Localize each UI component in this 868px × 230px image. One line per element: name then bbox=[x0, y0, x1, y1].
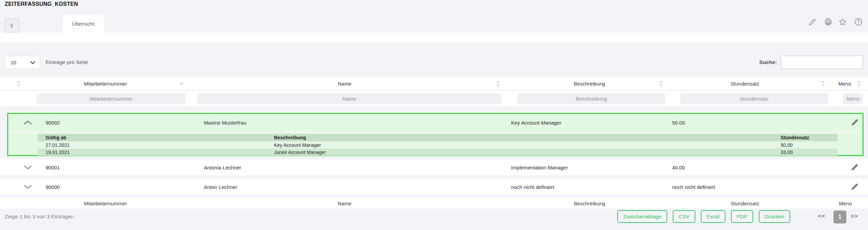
edit-row-icon[interactable] bbox=[850, 163, 859, 172]
cell-beschreibung: Key Account Manager bbox=[511, 120, 561, 126]
excel-export-button[interactable]: Excel bbox=[701, 210, 726, 223]
cell-mitarbeiternummer: 90000 bbox=[46, 184, 60, 190]
filter-input-beschreibung[interactable] bbox=[517, 93, 665, 104]
page-title: ZEITERFASSUNG_KOSTEN bbox=[5, 1, 78, 7]
detail-cell-beschreibung: Junior Account Manager bbox=[274, 150, 326, 155]
detail-header-row: Gültig ab Beschreibung Stundensatz bbox=[38, 134, 838, 141]
edit-row-icon[interactable] bbox=[850, 182, 859, 191]
chevron-up-icon[interactable] bbox=[23, 120, 32, 125]
sort-icon-menue[interactable] bbox=[857, 80, 861, 87]
column-header-menue[interactable]: Menü bbox=[838, 81, 851, 87]
search-input[interactable] bbox=[781, 55, 863, 69]
csv-export-button[interactable]: CSV bbox=[673, 210, 695, 223]
edit-icon[interactable] bbox=[807, 17, 817, 27]
footer-column-name: Name bbox=[338, 200, 351, 206]
detail-column-gueltig-ab: Gültig ab bbox=[46, 135, 66, 140]
filter-input-mitarbeiternummer[interactable] bbox=[37, 93, 186, 104]
tab-label: Übersicht bbox=[72, 21, 94, 27]
pagination-current-page[interactable]: 1 bbox=[832, 209, 847, 225]
chevron-down-icon[interactable] bbox=[23, 165, 32, 170]
detail-column-beschreibung: Beschreibung bbox=[274, 135, 306, 140]
cell-beschreibung: noch nicht definiert bbox=[511, 184, 554, 190]
table-filter-row bbox=[0, 91, 868, 106]
copy-to-clipboard-button[interactable]: Zwischenablage bbox=[617, 210, 667, 223]
detail-cell-stundensatz: 50.00 bbox=[781, 142, 793, 148]
sort-icon-beschreibung[interactable] bbox=[659, 80, 663, 87]
page-size-value: 10 bbox=[11, 60, 16, 65]
detail-table: Gültig ab Beschreibung Stundensatz 27.01… bbox=[38, 134, 838, 156]
filter-input-stundensatz[interactable] bbox=[680, 93, 828, 104]
back-button[interactable] bbox=[5, 19, 19, 33]
search-label: Suche: bbox=[743, 59, 777, 65]
detail-separator bbox=[8, 131, 863, 134]
detail-row: 19.01.2021 Junior Account Manager 33.00 bbox=[38, 149, 838, 156]
cell-stundensatz: 50.00 bbox=[672, 120, 685, 126]
detail-row: 27.01.2021 Key Account Manager 50.00 bbox=[38, 141, 838, 149]
footer-column-mitarbeiternummer: Mitarbeiternummer bbox=[84, 200, 127, 206]
cell-mitarbeiternummer: 90002 bbox=[46, 120, 60, 126]
cell-name: Maxine Musterfrau bbox=[204, 120, 246, 126]
cell-name: Antonia Lechner bbox=[204, 164, 241, 170]
chevron-down-icon bbox=[30, 61, 35, 64]
current-page-number: 1 bbox=[838, 214, 841, 220]
filter-input-menue[interactable] bbox=[843, 93, 863, 104]
chevron-left-icon bbox=[9, 23, 15, 29]
pagination-next[interactable]: >> bbox=[851, 213, 858, 220]
entries-info: Zeige 1 bis 3 von 3 Einträgen bbox=[5, 214, 74, 220]
table-footer-row: Mitarbeiternummer Name Beschreibung Stun… bbox=[0, 198, 868, 208]
column-header-beschreibung[interactable]: Beschreibung bbox=[574, 81, 605, 87]
column-header-mitarbeiternummer[interactable]: Mitarbeiternummer bbox=[84, 81, 127, 87]
filter-input-name[interactable] bbox=[197, 93, 502, 104]
page-size-label: Einträge pro Seite bbox=[46, 59, 88, 65]
cell-name: Anton Lechner bbox=[204, 184, 237, 190]
tab-bar-underline bbox=[0, 33, 868, 42]
tab-uebersicht[interactable]: Übersicht bbox=[63, 15, 104, 33]
print-icon[interactable] bbox=[823, 17, 833, 27]
pdf-export-button[interactable]: PDF bbox=[731, 210, 753, 223]
footer-column-beschreibung: Beschreibung bbox=[574, 200, 605, 206]
sort-icon-stundensatz[interactable] bbox=[821, 80, 825, 87]
detail-column-stundensatz: Stundensatz bbox=[781, 135, 809, 140]
detail-cell-stundensatz: 33.00 bbox=[781, 150, 793, 155]
sort-desc-icon[interactable] bbox=[179, 82, 184, 85]
pagination-prev[interactable]: << bbox=[818, 213, 826, 220]
sort-icon-name[interactable] bbox=[496, 80, 500, 87]
footer-column-menue: Menü bbox=[839, 200, 852, 206]
cell-beschreibung: Implementation Manager bbox=[511, 164, 568, 170]
page-size-select[interactable]: 10 bbox=[4, 56, 40, 69]
cell-stundensatz: noch nicht definiert bbox=[672, 184, 715, 190]
table-row-expanded: 90002 Maxine Musterfrau Key Account Mana… bbox=[7, 113, 864, 156]
table-row[interactable]: 90001 Antonia Lechner Implementation Man… bbox=[0, 159, 868, 175]
cell-stundensatz: 40.00 bbox=[672, 164, 685, 170]
table-header-row: Mitarbeiternummer Name Beschreibung Stun… bbox=[0, 77, 868, 90]
cell-mitarbeiternummer: 90001 bbox=[46, 164, 60, 170]
print-button[interactable]: Drucken bbox=[759, 210, 790, 223]
app-window: ZEITERFASSUNG_KOSTEN Übersicht 10 Einträ… bbox=[0, 0, 868, 230]
sort-icon-expander[interactable] bbox=[17, 80, 21, 87]
detail-cell-gueltig-ab: 19.01.2021 bbox=[46, 150, 70, 155]
column-header-name[interactable]: Name bbox=[338, 81, 351, 87]
detail-cell-beschreibung: Key Account Manager bbox=[274, 142, 321, 148]
footer-column-stundensatz: Stundensatz bbox=[731, 200, 759, 206]
table-row[interactable]: 90002 Maxine Musterfrau Key Account Mana… bbox=[8, 114, 863, 131]
star-icon[interactable] bbox=[838, 17, 847, 27]
edit-row-icon[interactable] bbox=[850, 118, 859, 127]
export-buttons: Zwischenablage CSV Excel PDF Drucken bbox=[617, 210, 790, 223]
help-icon[interactable] bbox=[854, 17, 863, 27]
column-header-stundensatz[interactable]: Stundensatz bbox=[731, 81, 759, 87]
table-row[interactable]: 90000 Anton Lechner noch nicht definiert… bbox=[0, 179, 868, 195]
chevron-down-icon[interactable] bbox=[23, 184, 32, 189]
detail-cell-gueltig-ab: 27.01.2021 bbox=[46, 142, 70, 148]
